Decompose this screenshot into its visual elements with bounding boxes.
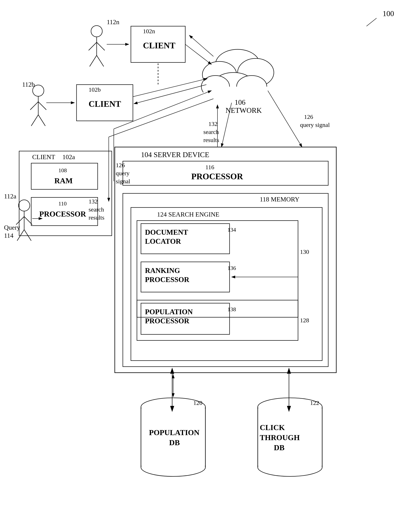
arrow-network-right-to-server <box>268 91 302 147</box>
user-112b-arm-right <box>38 102 46 110</box>
ref-134: 134 <box>227 227 236 233</box>
label-search: search <box>89 206 104 213</box>
svg-rect-7 <box>203 87 272 99</box>
label-126-right: 126 <box>304 114 313 120</box>
ranking-processor-label-2: PROCESSOR <box>145 276 189 284</box>
ref-102b-label: 102b <box>89 86 101 93</box>
population-db-label-1: POPULATION <box>149 428 199 437</box>
ref-100: 100 <box>383 9 394 18</box>
user-112b-leg-left <box>31 115 38 126</box>
label-132-top: 132 <box>208 121 217 127</box>
document-locator-label-2: LOCATOR <box>145 237 181 245</box>
label-query-right: query signal <box>300 122 330 128</box>
ref-112b: 112b <box>22 81 35 88</box>
svg-line-0 <box>367 18 376 26</box>
user-112n-arm-right <box>97 42 105 50</box>
ref-102n-label: 102n <box>143 28 155 34</box>
user-112a-head <box>19 200 30 211</box>
ranking-processor-label-1: RANKING <box>145 266 180 275</box>
user-112b-leg-right <box>38 115 45 126</box>
user-112a-leg-right <box>24 230 31 241</box>
population-db-label-2: DB <box>169 438 180 447</box>
user-112n-head <box>91 26 102 37</box>
label-signal: signal <box>116 178 130 184</box>
network-cloud <box>201 49 274 99</box>
ref-116: 116 <box>205 164 214 171</box>
svg-rect-9 <box>141 407 205 467</box>
patent-diagram-svg: 100 112n 102n CLIENT 112b 102b CLIE <box>0 0 414 532</box>
label-search-top: search <box>203 129 219 135</box>
user-112a-leg-left <box>17 230 24 241</box>
ref-118: 118 MEMORY <box>260 196 300 203</box>
ref-128: 128 <box>300 317 309 323</box>
label-126-query: 126 <box>116 162 125 168</box>
label-results-top: results <box>203 137 219 143</box>
ref-122: 122 <box>310 399 319 406</box>
query-label: Query <box>4 224 20 231</box>
ref-104-label: 104 SERVER DEVICE <box>141 151 209 159</box>
arrow-up-from-popdb <box>170 368 174 374</box>
ram-label: RAM <box>54 176 73 185</box>
arrow-up-from-ctdb <box>287 368 291 374</box>
ref-120: 120 <box>193 399 202 406</box>
population-processor-label-1: POPULATION <box>145 308 193 316</box>
ref-124-label: 124 SEARCH ENGINE <box>157 211 219 218</box>
processor-102a-label: PROCESSOR <box>39 210 86 218</box>
line-132-down-left <box>109 99 213 137</box>
user-112n-arm-left <box>89 42 97 50</box>
clickthrough-db-label-3: DB <box>274 443 284 452</box>
client-102b-text: CLIENT <box>89 99 121 109</box>
document-locator-label-1: DOCUMENT <box>145 228 188 236</box>
client-102n-text: CLIENT <box>143 41 175 50</box>
ref-110: 110 <box>58 200 67 207</box>
arrow-126-to-network <box>114 91 211 129</box>
ref-106: 106 <box>235 98 245 106</box>
diagram-container: 100 112n 102n CLIENT 112b 102b CLIE <box>0 0 414 532</box>
clickthrough-db-label-1: CLICK <box>260 423 285 432</box>
ref-114: 114 <box>4 232 13 239</box>
ref-108: 108 <box>58 167 67 173</box>
network-label: NETWORK <box>226 106 262 114</box>
arrow-network-to-102n <box>189 35 213 57</box>
ref-112n: 112n <box>107 18 119 26</box>
user-112n-leg-left <box>90 55 97 66</box>
client-102a-label: CLIENT <box>32 153 55 161</box>
label-results: results <box>89 214 104 221</box>
processor-116-label: PROCESSOR <box>191 172 243 181</box>
ref-112a: 112a <box>4 193 16 200</box>
user-112n-leg-right <box>97 55 104 66</box>
arrow-102n-to-network <box>185 44 211 65</box>
ref-130: 130 <box>300 248 309 255</box>
user-112a-arm-left <box>16 217 24 225</box>
ref-102a: 102a <box>62 153 75 161</box>
label-132-search: 132 <box>89 198 98 205</box>
clickthrough-db-label-2: THROUGH <box>260 433 300 442</box>
population-processor-label-2: PROCESSOR <box>145 317 189 325</box>
user-112b-arm-left <box>30 102 38 110</box>
ref-138: 138 <box>227 306 236 313</box>
ref-136: 136 <box>227 265 236 271</box>
label-query: query <box>116 170 130 176</box>
